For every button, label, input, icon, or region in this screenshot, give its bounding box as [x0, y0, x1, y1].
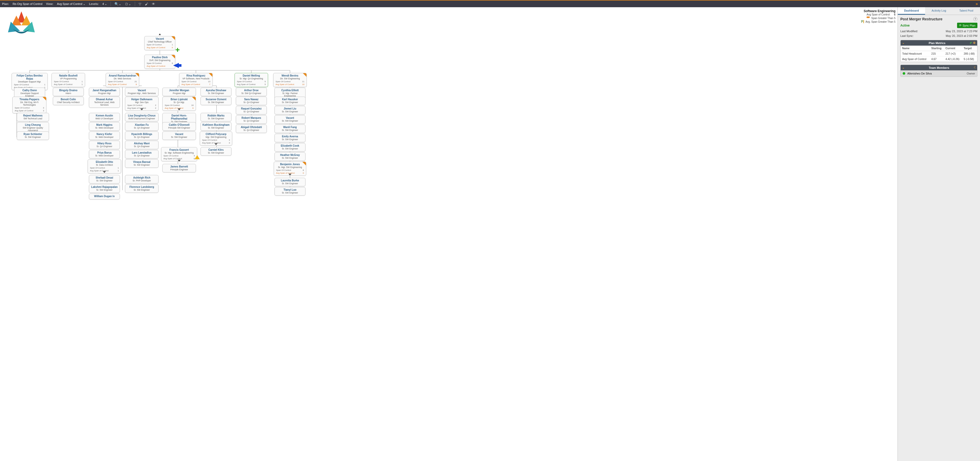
card-dhawal[interactable]: Dhawal AsharTechnical Lead, Web Services	[89, 97, 120, 108]
card-tireaka[interactable]: Tireaka Peppers Dir. SW Eng, Wi-Fi Techn…	[13, 97, 46, 113]
card-jiemei[interactable]: Jiemei LiuSr. SW Engineer	[275, 106, 305, 114]
sync-plan-button[interactable]: ⟳ Sync Plan	[957, 23, 977, 28]
card-lakshmi[interactable]: Lakshmi RajagopalanSr. SW Engineer	[89, 184, 120, 193]
expand-icon[interactable]	[215, 143, 218, 145]
levels-dropdown[interactable]: 4 ⌄	[102, 2, 107, 6]
card-nancy[interactable]: Nancy KieferSr. Web Developer	[89, 132, 120, 140]
card-lisa[interactable]: Lisa Dougherty-ChouxBuild Deployment Eng…	[125, 113, 159, 121]
card-jennifer[interactable]: Jennifer MorganProgram Mgr	[162, 87, 196, 96]
card-caitlin[interactable]: Caitlin O'DonnellPrinciple SW Engineer	[162, 122, 196, 130]
card-ashleigh[interactable]: Ashleigh RichSr. PHP Developer	[125, 175, 159, 183]
tab-talent-pool[interactable]: Talent Pool	[953, 7, 980, 15]
side-tabs: Dashboard Activity Log Talent Pool	[898, 7, 980, 15]
expand-icon[interactable]	[103, 171, 106, 173]
card-florence[interactable]: Florence LandsbergSr. SW Engineer	[125, 184, 159, 193]
corner-flag-icon	[43, 97, 46, 100]
card-tianyi[interactable]: Tianyi LuoSr. SW Engineer	[275, 187, 305, 196]
page-icon[interactable]: 🗋⌄	[125, 2, 131, 6]
plan-label: Plan:	[2, 2, 9, 5]
card-emily[interactable]: Emily AvernaSr. SW Engineer	[275, 134, 305, 142]
card-bingsly[interactable]: Bingsly Draino Intern	[53, 87, 84, 96]
plan-value[interactable]: Re-Org Span of Control	[13, 2, 43, 5]
card-priya[interactable]: Priya BaruaSr. Web Developer	[89, 150, 120, 159]
check-icon[interactable]: ✔	[970, 41, 972, 45]
card-akshay[interactable]: Akshay ManiSr. QA Engineer	[125, 141, 159, 149]
corner-flag-icon	[135, 73, 139, 77]
plan-metrics-panel: ⌄ Plan Metrics ✔ ⚙ Name Starting Current…	[900, 40, 977, 62]
plan-metrics-table: Name Starting Current Target Total Headc…	[900, 46, 977, 62]
warning-marker-icon	[195, 155, 200, 159]
card-heather[interactable]: Heather McGraySr. SW Engineer	[275, 152, 305, 161]
card-lauretta[interactable]: Lauretta BurkeSr. SW Engineer	[275, 178, 305, 186]
card-mark[interactable]: Mark HigginsSr. Web Developer	[89, 122, 120, 130]
separator	[135, 2, 135, 6]
chevron-down-icon[interactable]: ⌄	[902, 66, 904, 69]
card-benoit[interactable]: Benoit Colin Chief Security Architect	[53, 97, 84, 105]
expand-icon[interactable]	[288, 174, 291, 175]
card-abigail[interactable]: Abigail OfstedahlSr. QA Engineer	[236, 124, 267, 133]
card-xiaotian[interactable]: Xiaotian FuSr. QA Engineer	[125, 122, 159, 130]
card-svp[interactable]: Pauline Dinh SVP, SW Engineering Span Of…	[144, 55, 175, 69]
card-hyacinth[interactable]: Hyacinth BillingsSr. QA Engineer	[125, 132, 159, 140]
card-francis[interactable]: Francis Gassert Sr. Mgr. Software Engine…	[161, 147, 197, 161]
last-modified-value: May 23, 2023 at 7:23 PM	[946, 30, 977, 33]
card-robert[interactable]: Robert MarquesSr. QA Engineer	[236, 115, 267, 124]
card-william[interactable]: William Dugan Iv	[89, 194, 120, 199]
share-icon[interactable]: ⠪	[974, 66, 975, 69]
table-row: Total Headcount 215 217 (+2) 285 (-68)	[900, 51, 977, 56]
view-dropdown[interactable]: Avg Span of Control ⌄	[57, 2, 85, 6]
card-l1-anand[interactable]: Anand Ramachandran Dir. Web Services Spa…	[106, 73, 139, 87]
card-kemen[interactable]: Kemen AustinWeb UI Developer	[89, 113, 120, 121]
card-sara[interactable]: Sara NawazSr. QA Engineer	[236, 97, 267, 105]
collapse-panel-icon[interactable]: »	[975, 2, 978, 6]
expand-icon[interactable]	[140, 108, 143, 110]
card-hilary[interactable]: Hilary RossSr. QA Engineer	[89, 141, 120, 149]
team-member-row[interactable]: Allenisheo De Silva Owner	[900, 70, 977, 76]
card-ayesha[interactable]: Ayesha DinshawSr. SW Engineer	[200, 87, 231, 96]
tab-dashboard[interactable]: Dashboard	[898, 7, 925, 15]
side-panel: Dashboard Activity Log Talent Pool Post …	[897, 7, 980, 461]
card-rejeet[interactable]: Rejeet Mathews SW Technical Lead	[17, 113, 49, 121]
card-lars[interactable]: Lars LaestadiusSr. QA Engineer	[125, 150, 159, 159]
filter-icon[interactable]: ▽	[139, 2, 141, 6]
eye-icon[interactable]: 👁	[152, 2, 155, 6]
card-name: Pauline Dinh	[146, 56, 173, 59]
card-janet[interactable]: Janet RanganathanProgram Mgr	[89, 87, 120, 96]
sync-icon: ⟳	[959, 24, 961, 27]
expand-icon[interactable]	[178, 108, 181, 110]
card-james[interactable]: James BarnettPrinciple Engineer	[162, 164, 196, 172]
card-ryan[interactable]: Ryan Schleeter Sr. SW Engineer	[17, 132, 49, 140]
card-l1-natalie[interactable]: Natalie Bushell VP Programming Span Of C…	[52, 73, 85, 87]
card-vacant-webservices[interactable]: VacantProgram Mgr., Web Services	[125, 87, 159, 96]
help-icon[interactable]: ?	[973, 17, 977, 21]
card-raquel[interactable]: Raquel GonzalezSr. QA Engineer	[236, 106, 267, 114]
expand-icon[interactable]	[178, 160, 181, 162]
card-cto[interactable]: Vacant Chief Technology Officer Span Of …	[144, 36, 175, 50]
card-vacant-sw[interactable]: VacantSr. SW Engineer	[162, 132, 196, 140]
card-vinaya[interactable]: Vinaya BansalSr. SW Engineer	[125, 159, 159, 168]
card-arthur[interactable]: Arthur DroeSr. SW QA Engineer	[236, 87, 267, 96]
card-wanli[interactable]: Wanli FangSr. SW Engineer	[275, 124, 305, 133]
gear-icon[interactable]: ⚙	[973, 41, 975, 45]
card-suzanne[interactable]: Suzanne OzmentSr. SW Engineer	[200, 97, 231, 105]
card-l1-daniel[interactable]: Daniel Melling Sr. Mgr. QA Engineering S…	[235, 73, 268, 87]
col-target: Target	[962, 46, 977, 51]
card-elizabethc[interactable]: Elizabeth CookSr. SW Engineer	[275, 143, 305, 151]
card-kathleen[interactable]: Kathleen BuckinghamSr. SW Engineer	[200, 122, 231, 130]
status-dot-icon	[903, 72, 905, 75]
card-vacant2[interactable]: VacantSr. SW Engineer	[275, 115, 305, 124]
card-l1-rina[interactable]: Rina Rodriguez VP Software, New Products…	[179, 73, 213, 87]
card-l1-wendi[interactable]: Wendi Bevins Dir. SW Engineering Span Of…	[273, 73, 307, 87]
org-chart-canvas[interactable]: Software Engineering Avg Span of Control…	[0, 7, 897, 461]
chevron-down-icon[interactable]: ⌄	[902, 41, 904, 45]
corner-flag-icon	[192, 97, 196, 100]
move-marker-icon	[173, 63, 179, 68]
card-carniel[interactable]: Carniel KlirsSr. SW Engineer	[200, 147, 231, 156]
brush-icon[interactable]: 🖌	[145, 2, 148, 6]
tab-activity-log[interactable]: Activity Log	[925, 7, 953, 15]
card-shefaali[interactable]: Shefaali DesaiSr. SW Engineer	[89, 175, 120, 183]
card-robbin[interactable]: Robbin MarksSr. SW Engineer	[200, 113, 231, 121]
zoom-icon[interactable]: 🔍⌄	[115, 2, 121, 6]
card-role: Chief Technology Officer	[146, 40, 173, 43]
card-karl[interactable]: Karl HauskerSr. SW Engineer	[275, 97, 305, 105]
